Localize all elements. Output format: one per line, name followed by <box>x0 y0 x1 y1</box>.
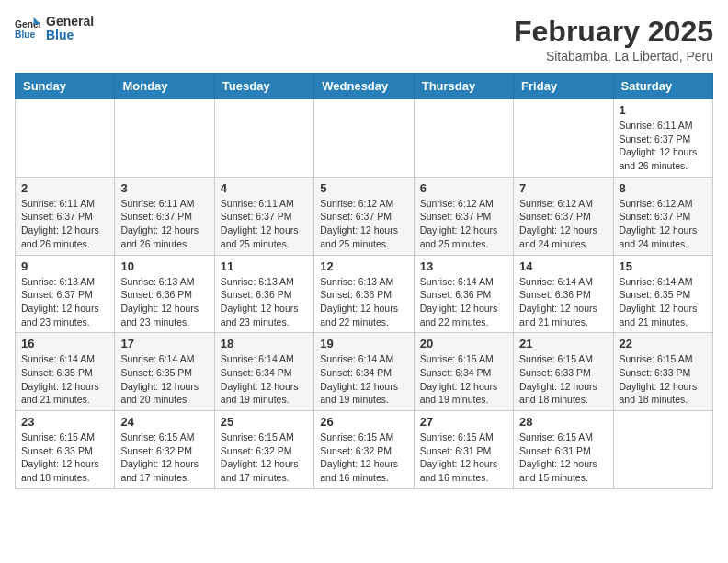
day-number: 22 <box>620 337 707 350</box>
calendar-cell <box>414 99 513 178</box>
logo-general: General <box>46 15 94 29</box>
day-info: Sunrise: 6:15 AM Sunset: 6:32 PM Dayligh… <box>320 431 407 485</box>
day-number: 6 <box>420 181 507 195</box>
day-number: 27 <box>420 415 507 429</box>
day-info: Sunrise: 6:15 AM Sunset: 6:31 PM Dayligh… <box>420 431 507 485</box>
day-number: 2 <box>21 181 108 195</box>
calendar-cell: 11Sunrise: 6:13 AM Sunset: 6:36 PM Dayli… <box>214 255 313 333</box>
day-number: 28 <box>519 415 607 429</box>
calendar-cell <box>115 99 214 178</box>
calendar-cell <box>214 99 313 178</box>
weekday-header-saturday: Saturday <box>613 74 712 99</box>
day-info: Sunrise: 6:12 AM Sunset: 6:37 PM Dayligh… <box>420 197 507 251</box>
calendar-cell: 24Sunrise: 6:15 AM Sunset: 6:32 PM Dayli… <box>115 411 214 489</box>
day-number: 24 <box>120 415 208 429</box>
day-number: 15 <box>620 259 707 273</box>
day-info: Sunrise: 6:15 AM Sunset: 6:33 PM Dayligh… <box>21 431 108 485</box>
day-number: 11 <box>221 259 308 273</box>
weekday-header-sunday: Sunday <box>16 74 115 99</box>
day-info: Sunrise: 6:14 AM Sunset: 6:35 PM Dayligh… <box>120 352 208 407</box>
week-row-3: 9Sunrise: 6:13 AM Sunset: 6:37 PM Daylig… <box>16 255 713 333</box>
day-number: 18 <box>221 337 308 350</box>
logo-blue: Blue <box>46 29 94 42</box>
header: General Blue General Blue February 2025 … <box>15 15 713 63</box>
calendar-cell: 27Sunrise: 6:15 AM Sunset: 6:31 PM Dayli… <box>414 411 513 489</box>
day-number: 19 <box>320 337 407 350</box>
calendar-cell <box>16 99 115 178</box>
title-area: February 2025 Sitabamba, La Libertad, Pe… <box>514 15 713 63</box>
day-number: 7 <box>519 181 607 195</box>
day-info: Sunrise: 6:15 AM Sunset: 6:32 PM Dayligh… <box>221 431 308 485</box>
calendar-cell: 5Sunrise: 6:12 AM Sunset: 6:37 PM Daylig… <box>314 177 414 255</box>
day-info: Sunrise: 6:12 AM Sunset: 6:37 PM Dayligh… <box>320 197 407 251</box>
calendar-cell: 19Sunrise: 6:14 AM Sunset: 6:34 PM Dayli… <box>314 333 414 411</box>
day-info: Sunrise: 6:14 AM Sunset: 6:34 PM Dayligh… <box>221 352 308 407</box>
calendar-cell: 22Sunrise: 6:15 AM Sunset: 6:33 PM Dayli… <box>613 333 712 411</box>
month-year: February 2025 <box>514 15 713 49</box>
weekday-header-monday: Monday <box>115 74 214 99</box>
calendar-cell: 12Sunrise: 6:13 AM Sunset: 6:36 PM Dayli… <box>314 255 414 333</box>
day-number: 9 <box>21 259 108 273</box>
weekday-header-thursday: Thursday <box>414 74 513 99</box>
day-number: 1 <box>620 103 707 117</box>
day-number: 16 <box>21 337 108 350</box>
calendar-cell <box>613 411 712 489</box>
day-info: Sunrise: 6:11 AM Sunset: 6:37 PM Dayligh… <box>21 197 108 251</box>
location: Sitabamba, La Libertad, Peru <box>514 49 713 63</box>
calendar-cell: 9Sunrise: 6:13 AM Sunset: 6:37 PM Daylig… <box>16 255 115 333</box>
calendar-cell: 28Sunrise: 6:15 AM Sunset: 6:31 PM Dayli… <box>514 411 613 489</box>
day-number: 25 <box>221 415 308 429</box>
calendar-cell: 21Sunrise: 6:15 AM Sunset: 6:33 PM Dayli… <box>514 333 613 411</box>
day-info: Sunrise: 6:15 AM Sunset: 6:33 PM Dayligh… <box>519 352 607 407</box>
calendar-cell: 10Sunrise: 6:13 AM Sunset: 6:36 PM Dayli… <box>115 255 214 333</box>
day-info: Sunrise: 6:14 AM Sunset: 6:34 PM Dayligh… <box>320 352 407 407</box>
week-row-5: 23Sunrise: 6:15 AM Sunset: 6:33 PM Dayli… <box>16 411 713 489</box>
day-number: 23 <box>21 415 108 429</box>
calendar-cell: 4Sunrise: 6:11 AM Sunset: 6:37 PM Daylig… <box>214 177 313 255</box>
day-info: Sunrise: 6:14 AM Sunset: 6:35 PM Dayligh… <box>620 275 707 329</box>
calendar-cell: 17Sunrise: 6:14 AM Sunset: 6:35 PM Dayli… <box>115 333 214 411</box>
day-number: 8 <box>620 181 707 195</box>
weekday-header-row: SundayMondayTuesdayWednesdayThursdayFrid… <box>16 74 713 99</box>
calendar-cell <box>314 99 414 178</box>
week-row-2: 2Sunrise: 6:11 AM Sunset: 6:37 PM Daylig… <box>16 177 713 255</box>
calendar: SundayMondayTuesdayWednesdayThursdayFrid… <box>15 73 713 489</box>
day-info: Sunrise: 6:15 AM Sunset: 6:34 PM Dayligh… <box>420 352 507 407</box>
day-info: Sunrise: 6:13 AM Sunset: 6:36 PM Dayligh… <box>221 275 308 329</box>
calendar-cell: 3Sunrise: 6:11 AM Sunset: 6:37 PM Daylig… <box>115 177 214 255</box>
calendar-cell: 23Sunrise: 6:15 AM Sunset: 6:33 PM Dayli… <box>16 411 115 489</box>
day-number: 4 <box>221 181 308 195</box>
day-info: Sunrise: 6:11 AM Sunset: 6:37 PM Dayligh… <box>620 119 707 173</box>
weekday-header-friday: Friday <box>514 74 613 99</box>
weekday-header-tuesday: Tuesday <box>214 74 313 99</box>
logo: General Blue General Blue <box>15 15 94 43</box>
calendar-cell: 8Sunrise: 6:12 AM Sunset: 6:37 PM Daylig… <box>613 177 712 255</box>
week-row-4: 16Sunrise: 6:14 AM Sunset: 6:35 PM Dayli… <box>16 333 713 411</box>
calendar-cell: 16Sunrise: 6:14 AM Sunset: 6:35 PM Dayli… <box>16 333 115 411</box>
calendar-cell: 1Sunrise: 6:11 AM Sunset: 6:37 PM Daylig… <box>613 99 712 178</box>
day-number: 14 <box>519 259 607 273</box>
calendar-cell: 18Sunrise: 6:14 AM Sunset: 6:34 PM Dayli… <box>214 333 313 411</box>
logo-icon: General Blue <box>15 16 40 41</box>
day-info: Sunrise: 6:14 AM Sunset: 6:36 PM Dayligh… <box>420 275 507 329</box>
day-info: Sunrise: 6:15 AM Sunset: 6:33 PM Dayligh… <box>620 352 707 407</box>
calendar-cell: 20Sunrise: 6:15 AM Sunset: 6:34 PM Dayli… <box>414 333 513 411</box>
calendar-cell: 25Sunrise: 6:15 AM Sunset: 6:32 PM Dayli… <box>214 411 313 489</box>
day-info: Sunrise: 6:15 AM Sunset: 6:32 PM Dayligh… <box>120 431 208 485</box>
svg-text:Blue: Blue <box>15 30 36 40</box>
day-number: 5 <box>320 181 407 195</box>
day-info: Sunrise: 6:12 AM Sunset: 6:37 PM Dayligh… <box>519 197 607 251</box>
calendar-cell <box>514 99 613 178</box>
calendar-cell: 14Sunrise: 6:14 AM Sunset: 6:36 PM Dayli… <box>514 255 613 333</box>
day-number: 20 <box>420 337 507 350</box>
day-info: Sunrise: 6:14 AM Sunset: 6:35 PM Dayligh… <box>21 352 108 407</box>
day-info: Sunrise: 6:14 AM Sunset: 6:36 PM Dayligh… <box>519 275 607 329</box>
day-info: Sunrise: 6:11 AM Sunset: 6:37 PM Dayligh… <box>221 197 308 251</box>
day-number: 10 <box>120 259 208 273</box>
calendar-cell: 13Sunrise: 6:14 AM Sunset: 6:36 PM Dayli… <box>414 255 513 333</box>
calendar-cell: 6Sunrise: 6:12 AM Sunset: 6:37 PM Daylig… <box>414 177 513 255</box>
day-info: Sunrise: 6:12 AM Sunset: 6:37 PM Dayligh… <box>620 197 707 251</box>
day-info: Sunrise: 6:13 AM Sunset: 6:37 PM Dayligh… <box>21 275 108 329</box>
week-row-1: 1Sunrise: 6:11 AM Sunset: 6:37 PM Daylig… <box>16 99 713 178</box>
calendar-cell: 7Sunrise: 6:12 AM Sunset: 6:37 PM Daylig… <box>514 177 613 255</box>
